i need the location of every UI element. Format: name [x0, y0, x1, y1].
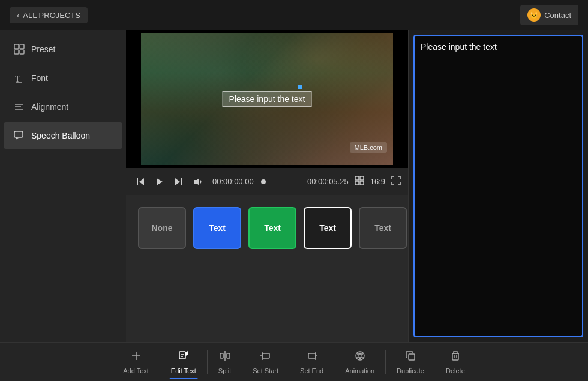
sidebar-item-font-label: Font — [31, 73, 48, 83]
preset-icon — [13, 43, 25, 55]
svg-marker-10 — [139, 178, 144, 185]
duplicate-label: Duplicate — [397, 367, 424, 374]
sidebar: Preset T Font Alignment — [0, 30, 126, 342]
center-area: MLB.com Please input the text — [126, 30, 408, 342]
set-start-button[interactable]: Set Start — [242, 345, 289, 379]
edit-text-button[interactable]: Edit Text — [160, 345, 207, 379]
animation-button[interactable]: Animation — [334, 345, 385, 379]
transport-right: 00:00:05.25 16:9 — [307, 176, 401, 188]
svg-rect-0 — [14, 44, 19, 49]
current-time: 00:00:00.00 — [212, 177, 254, 186]
svg-rect-26 — [220, 353, 223, 358]
svg-rect-17 — [360, 176, 364, 180]
add-text-button[interactable]: Add Text — [112, 345, 160, 379]
preset-text-outline[interactable]: Text — [304, 207, 352, 249]
transport-bar: 00:00:00.00 00:00:05.25 16:9 — [126, 168, 408, 195]
bottom-toolbar: Add Text Edit Text Split — [0, 342, 588, 381]
duplicate-icon — [404, 350, 416, 365]
timeline-playhead[interactable] — [261, 179, 266, 184]
sidebar-item-alignment[interactable]: Alignment — [4, 94, 122, 120]
speech-balloon-icon — [13, 130, 25, 142]
sidebar-item-speech-balloon-label: Speech Balloon — [31, 131, 90, 140]
sidebar-item-preset[interactable]: Preset — [4, 36, 122, 62]
play-button[interactable] — [152, 175, 167, 189]
preset-text-dark[interactable]: Text — [359, 207, 407, 249]
edit-text-label: Edit Text — [171, 367, 196, 374]
volume-button[interactable] — [191, 175, 205, 189]
preset-none[interactable]: None — [138, 207, 186, 249]
mlb-watermark: MLB.com — [350, 142, 387, 153]
svg-rect-11 — [137, 178, 138, 185]
preset-text-green[interactable]: Text — [248, 207, 296, 249]
svg-marker-13 — [175, 178, 180, 185]
animation-icon — [354, 350, 366, 365]
skip-back-button[interactable] — [133, 175, 148, 189]
back-label: ALL PROJECTS — [23, 11, 80, 20]
delete-button[interactable]: Delete — [435, 345, 476, 379]
alignment-icon — [13, 101, 25, 113]
delete-label: Delete — [446, 367, 465, 374]
video-text-overlay: Please input the text — [223, 91, 312, 107]
svg-rect-19 — [360, 181, 364, 185]
set-end-icon — [306, 350, 318, 365]
main-area: Preset T Font Alignment — [0, 30, 588, 342]
contact-icon: 🐱 — [530, 11, 538, 19]
svg-rect-2 — [14, 50, 19, 54]
animation-label: Animation — [345, 367, 374, 374]
svg-marker-15 — [194, 178, 199, 185]
svg-rect-32 — [308, 353, 316, 358]
sidebar-item-preset-label: Preset — [31, 44, 55, 54]
svg-rect-37 — [409, 354, 415, 360]
svg-rect-27 — [227, 353, 230, 358]
video-background: MLB.com Please input the text — [141, 33, 393, 165]
svg-rect-18 — [355, 181, 359, 185]
svg-rect-3 — [20, 50, 24, 54]
add-text-label: Add Text — [123, 367, 149, 374]
grid-view-icon[interactable] — [355, 176, 364, 188]
video-preview: MLB.com Please input the text — [126, 30, 408, 168]
svg-rect-29 — [262, 353, 269, 358]
svg-rect-14 — [181, 178, 182, 185]
back-button[interactable]: ‹ ALL PROJECTS — [10, 7, 88, 23]
fullscreen-icon[interactable] — [391, 176, 401, 188]
sidebar-item-font[interactable]: T Font — [4, 65, 122, 91]
sidebar-item-speech-balloon[interactable]: Speech Balloon — [4, 122, 122, 149]
set-end-button[interactable]: Set End — [289, 345, 334, 379]
overlay-handle-dot[interactable] — [298, 85, 302, 89]
right-panel — [408, 30, 588, 342]
back-chevron-icon: ‹ — [17, 11, 19, 20]
svg-marker-12 — [157, 178, 163, 185]
svg-rect-22 — [179, 352, 185, 359]
set-start-label: Set Start — [253, 367, 278, 374]
contact-label: Contact — [544, 11, 571, 20]
add-text-icon — [130, 350, 142, 365]
total-time: 00:00:05.25 — [307, 177, 349, 186]
top-bar: ‹ ALL PROJECTS 🐱 Contact — [0, 0, 588, 30]
skip-forward-button[interactable] — [172, 175, 186, 189]
delete-icon — [449, 350, 461, 365]
svg-rect-9 — [14, 131, 23, 137]
svg-rect-16 — [355, 176, 359, 180]
preset-text-blue[interactable]: Text — [193, 207, 241, 249]
edit-text-icon — [178, 350, 190, 365]
text-input[interactable] — [413, 35, 583, 337]
aspect-ratio-label: 16:9 — [370, 177, 385, 186]
preset-panel: None Text Text Text Text — [126, 195, 408, 342]
sidebar-item-alignment-label: Alignment — [31, 102, 68, 112]
duplicate-button[interactable]: Duplicate — [386, 345, 435, 379]
font-icon: T — [13, 72, 25, 84]
set-end-label: Set End — [300, 367, 323, 374]
svg-rect-1 — [20, 44, 24, 49]
contact-button[interactable]: 🐱 Contact — [520, 5, 578, 25]
set-start-icon — [260, 350, 272, 365]
split-icon — [219, 350, 231, 365]
contact-avatar: 🐱 — [527, 8, 541, 22]
split-button[interactable]: Split — [208, 345, 242, 379]
svg-rect-38 — [452, 353, 458, 360]
split-label: Split — [218, 367, 231, 374]
